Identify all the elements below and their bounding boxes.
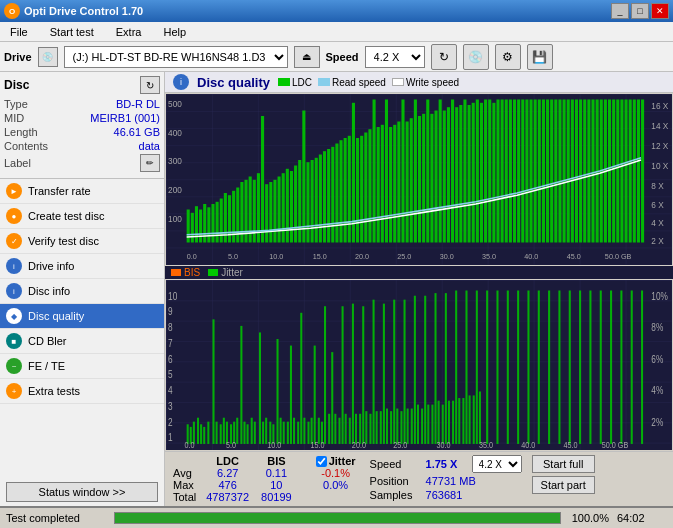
svg-rect-179 [276,339,278,444]
svg-rect-160 [207,421,209,443]
svg-rect-233 [462,398,464,444]
menu-start-test[interactable]: Start test [44,24,100,40]
type-label: Type [4,98,28,110]
length-value: 46.61 GB [114,126,160,138]
svg-text:45.0: 45.0 [564,440,578,450]
cd-bler-label: CD Bler [28,335,67,347]
refresh-icon[interactable]: ↻ [431,44,457,70]
status-window-button[interactable]: Status window >> [6,482,158,502]
svg-rect-252 [620,290,622,443]
sidebar-item-fe-te[interactable]: ~ FE / TE [0,354,164,379]
eject-button[interactable]: ⏏ [294,46,320,68]
svg-rect-238 [479,391,481,443]
disc-icon[interactable]: 💿 [463,44,489,70]
contents-label: Contents [4,140,48,152]
speed-select[interactable]: 4.2 X [365,46,425,68]
start-full-button[interactable]: Start full [532,455,595,473]
sidebar-item-create-test-disc[interactable]: ● Create test disc [0,204,164,229]
bis-legend-label: BIS [184,267,200,278]
sidebar-item-disc-quality[interactable]: ◆ Disc quality [0,304,164,329]
svg-rect-163 [220,424,222,444]
svg-rect-78 [447,107,450,242]
svg-rect-45 [311,160,314,243]
sidebar-item-verify-test-disc[interactable]: ✓ Verify test disc [0,229,164,254]
svg-rect-38 [282,173,285,242]
avg-ldc: 6.27 [200,467,255,479]
chart-header-icon: i [173,74,189,90]
svg-rect-223 [427,404,429,443]
minimize-button[interactable]: _ [611,3,629,19]
svg-rect-201 [352,303,354,443]
sidebar-item-disc-info[interactable]: i Disc info [0,279,164,304]
svg-rect-74 [430,114,433,243]
left-panel: Disc ↻ Type BD-R DL MID MEIRB1 (001) Len… [0,72,165,506]
svg-rect-230 [452,400,454,443]
disc-title: Disc [4,78,29,92]
svg-rect-249 [589,290,591,443]
svg-text:2 X: 2 X [651,235,664,245]
svg-rect-40 [290,171,293,243]
label-edit-button[interactable]: ✏ [140,154,160,172]
svg-rect-187 [303,417,305,443]
menu-help[interactable]: Help [157,24,192,40]
svg-rect-213 [393,299,395,443]
sidebar-item-extra-tests[interactable]: + Extra tests [0,379,164,404]
svg-rect-61 [377,127,380,243]
svg-rect-22 [216,202,219,243]
sidebar-item-cd-bler[interactable]: ■ CD Bler [0,329,164,354]
disc-refresh-button[interactable]: ↻ [140,76,160,94]
sidebar-item-drive-info[interactable]: i Drive info [0,254,164,279]
svg-text:8%: 8% [651,321,663,333]
mid-value: MEIRB1 (001) [90,112,160,124]
svg-rect-73 [426,100,429,243]
menu-file[interactable]: File [4,24,34,40]
svg-rect-88 [488,100,491,243]
jitter-legend-label: Jitter [221,267,243,278]
speed-select-stats[interactable]: 4.2 X [472,455,522,473]
svg-rect-101 [542,100,545,243]
close-button[interactable]: ✕ [651,3,669,19]
svg-rect-234 [465,290,467,443]
svg-rect-193 [324,306,326,444]
svg-rect-58 [364,133,367,243]
svg-rect-242 [517,290,519,443]
legend: LDC Read speed Write speed [278,77,459,88]
disc-quality-label: Disc quality [28,310,84,322]
chart-header: i Disc quality LDC Read speed Write spee… [165,72,673,93]
bottom-chart-svg: 10 9 8 7 6 5 4 3 2 1 10% 8% 6% 4% 2% [166,280,672,451]
jitter-checkbox[interactable] [316,456,327,467]
svg-rect-182 [287,421,289,443]
save-icon[interactable]: 💾 [527,44,553,70]
svg-rect-236 [473,395,475,444]
svg-rect-70 [414,100,417,243]
settings-icon[interactable]: ⚙ [495,44,521,70]
svg-text:4%: 4% [651,384,663,396]
read-speed-legend-label: Read speed [332,77,386,88]
svg-rect-35 [269,182,272,243]
svg-text:5.0: 5.0 [226,440,236,450]
sidebar-item-transfer-rate[interactable]: ► Transfer rate [0,179,164,204]
drive-select[interactable]: (J:) HL-DT-ST BD-RE WH16NS48 1.D3 [64,46,288,68]
menu-extra[interactable]: Extra [110,24,148,40]
svg-text:2: 2 [168,415,173,427]
create-test-disc-label: Create test disc [28,210,104,222]
svg-text:6: 6 [168,352,173,364]
type-value: BD-R DL [116,98,160,110]
title-bar: O Opti Drive Control 1.70 _ □ ✕ [0,0,673,22]
progress-bar-outer [114,512,561,524]
svg-rect-96 [521,100,524,243]
svg-rect-204 [362,306,364,444]
svg-rect-104 [554,100,557,243]
speed-position-section: Speed 1.75 X 4.2 X Position 47731 MB Sam… [370,455,522,501]
svg-rect-215 [400,411,402,444]
svg-rect-48 [323,151,326,242]
svg-rect-210 [383,303,385,443]
start-part-button[interactable]: Start part [532,476,595,494]
svg-text:50.0 GB: 50.0 GB [605,252,631,261]
svg-rect-245 [548,290,550,443]
app-icon: O [4,3,20,19]
svg-rect-209 [380,411,382,444]
max-label: Max [169,479,200,491]
maximize-button[interactable]: □ [631,3,649,19]
svg-rect-158 [200,424,202,444]
